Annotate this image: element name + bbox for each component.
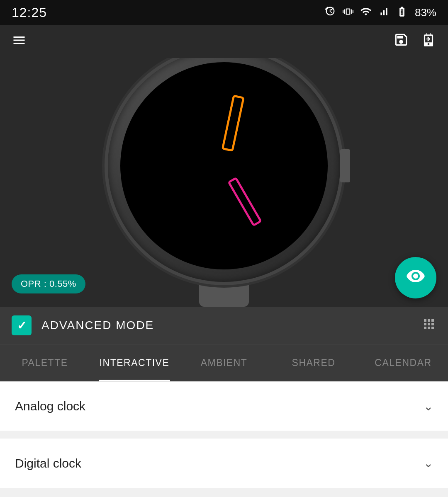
watch-face [120,62,328,269]
content-area: Analog clock ⌄ Digital clock ⌄ [0,381,448,497]
preview-fab-button[interactable] [395,257,436,298]
advanced-mode-label: ADVANCED MODE [41,319,411,332]
alarm-icon [324,6,336,19]
digital-clock-section[interactable]: Digital clock ⌄ [0,439,448,488]
battery-percent: 83% [415,6,436,19]
opr-badge: OPR : 0.55% [12,274,85,293]
checkbox-check-icon: ✓ [17,319,27,332]
svg-rect-1 [229,178,261,225]
watch-case [108,50,340,282]
signal-icon [378,6,389,19]
advanced-mode-bar: ✓ ADVANCED MODE [0,307,448,344]
section-divider [0,431,448,439]
tab-palette[interactable]: PALETTE [0,344,90,381]
digital-clock-chevron: ⌄ [424,456,433,470]
watch-preview-area: OPR : 0.55% [0,25,448,307]
save-icon[interactable] [393,32,409,51]
status-bar: 12:25 83% [0,0,448,25]
toolbar-actions [393,32,436,51]
toolbar [0,25,448,58]
wifi-icon [360,6,372,19]
battery-icon [396,6,408,19]
tab-interactive[interactable]: INTERACTIVE [90,344,179,381]
send-to-watch-icon[interactable] [421,32,436,51]
advanced-mode-checkbox[interactable]: ✓ [12,315,32,335]
status-icons: 83% [324,6,436,19]
tabs-bar: PALETTE INTERACTIVE AMBIENT SHARED CALEN… [0,344,448,381]
vibrate-icon [343,6,353,19]
tab-ambient[interactable]: AMBIENT [179,344,269,381]
analog-clock-section[interactable]: Analog clock ⌄ [0,381,448,431]
watch-crown [340,149,350,182]
tab-shared[interactable]: SHARED [269,344,358,381]
digital-clock-label: Digital clock [15,456,81,470]
tab-calendar[interactable]: CALENDAR [358,344,448,381]
eye-icon [406,266,426,290]
menu-icon[interactable] [12,33,27,51]
analog-clock-label: Analog clock [15,399,85,413]
svg-rect-0 [223,96,244,150]
status-time: 12:25 [12,5,47,20]
analog-clock-chevron: ⌄ [424,400,433,413]
grid-icon[interactable] [421,317,436,335]
